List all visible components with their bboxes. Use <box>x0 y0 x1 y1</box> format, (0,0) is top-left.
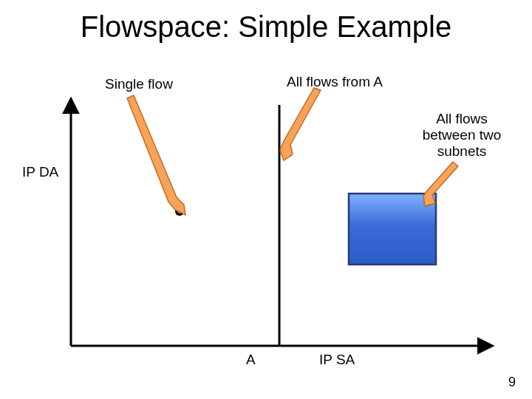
slide: Flowspace: Simple Example <box>0 0 532 399</box>
page-number: 9 <box>508 375 516 390</box>
label-all-flows-from-a: All flows from A <box>287 74 383 90</box>
x-tick-a: A <box>246 352 256 368</box>
arrow-single-flow <box>127 95 185 215</box>
subnet-rectangle <box>349 194 436 265</box>
arrow-between-subnets <box>423 162 458 206</box>
arrow-flows-from-a <box>280 88 321 160</box>
label-all-flows-between-subnets: All flows between two subnets <box>410 111 514 160</box>
x-axis-label: IP SA <box>319 352 355 368</box>
label-single-flow: Single flow <box>105 76 173 92</box>
diagram-canvas <box>0 0 532 399</box>
y-axis-label: IP DA <box>22 164 58 180</box>
